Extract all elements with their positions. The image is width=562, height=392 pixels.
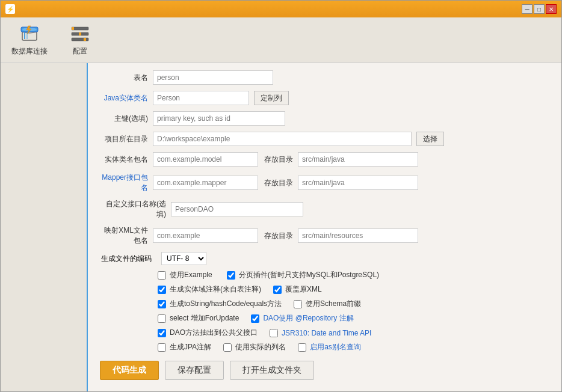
primary-label: 主键(选填) xyxy=(100,114,148,124)
xml-pkg-row: 映射XML文件包名 存放目录 xyxy=(100,225,549,246)
title-bar-left: ⚡ xyxy=(5,4,15,14)
store-dir-label1: 存放目录 xyxy=(263,155,293,165)
gen-tostring-label: 生成toString/hashCode/equals方法 xyxy=(170,299,282,309)
minimize-button[interactable]: ─ xyxy=(522,4,533,14)
dao-repository-checkbox[interactable] xyxy=(251,314,259,323)
custom-dao-input[interactable] xyxy=(171,202,303,216)
right-panel: 表名 Java实体类名 定制列 主键(选填) 项目所在目录 选择 xyxy=(88,63,561,391)
checkbox-row-2: 生成实体域注释(来自表注释) 覆盖原XML xyxy=(100,284,549,295)
svg-rect-8 xyxy=(79,32,81,35)
store-dir-label3: 存放目录 xyxy=(263,231,293,241)
gen-comment-label: 生成实体域注释(来自表注释) xyxy=(170,284,261,295)
toolbar-db-label: 数据库连接 xyxy=(11,46,48,57)
override-xml-checkbox[interactable] xyxy=(273,286,282,294)
project-dir-row: 项目所在目录 选择 xyxy=(100,132,549,146)
checkbox-row-4: select 增加ForUpdate DAO使用 @Repository 注解 xyxy=(100,313,549,323)
title-bar-controls: ─ □ ✕ xyxy=(522,4,557,14)
db-icon xyxy=(19,23,40,45)
xml-pkg-input[interactable] xyxy=(153,228,258,243)
dao-extract-label: DAO方法抽出到公共父接口 xyxy=(170,328,258,338)
page-plugin-checkbox[interactable] xyxy=(227,271,235,280)
jsr310-checkbox[interactable] xyxy=(270,329,278,337)
java-class-label: Java实体类名 xyxy=(100,93,148,103)
entity-pkg-row: 实体类名包名 存放目录 xyxy=(100,152,549,167)
primary-input[interactable] xyxy=(153,111,285,126)
xml-pkg-label: 映射XML文件包名 xyxy=(100,225,148,246)
checkbox-row-1: 使用Example 分页插件(暂时只支持MySQL和PostgreSQL) xyxy=(100,270,549,280)
encoding-label: 生成文件的编码 xyxy=(100,254,152,264)
custom-dao-row: 自定义接口名称(选填) xyxy=(100,199,549,219)
mapper-pkg-input[interactable] xyxy=(153,176,258,190)
page-plugin-label: 分页插件(暂时只支持MySQL和PostgreSQL) xyxy=(239,270,379,280)
store-dir-input2[interactable] xyxy=(298,176,418,190)
maximize-button[interactable]: □ xyxy=(534,4,545,14)
use-schema-checkbox[interactable] xyxy=(294,300,302,308)
mapper-pkg-label: Mapper接口包名 xyxy=(100,173,148,193)
use-example-label: 使用Example xyxy=(170,270,212,280)
left-panel xyxy=(1,63,88,391)
checkbox-row-5: DAO方法抽出到公共父接口 JSR310: Date and Time API xyxy=(100,328,549,338)
toolbar: 数据库连接 配置 xyxy=(1,17,561,63)
primary-key-row: 主键(选填) xyxy=(100,111,549,126)
toolbar-config-label: 配置 xyxy=(73,46,87,57)
checkbox-row-3: 生成toString/hashCode/equals方法 使用Schema前缀 xyxy=(100,299,549,309)
table-label: 表名 xyxy=(100,73,148,83)
encoding-select[interactable]: UTF- 8 GBK GB2312 xyxy=(161,252,206,265)
entity-pkg-input[interactable] xyxy=(153,152,258,167)
mapper-pkg-row: Mapper接口包名 存放目录 xyxy=(100,173,549,193)
bottom-buttons: 代码生成 保存配置 打开生成文件夹 xyxy=(100,361,549,386)
gen-tostring-checkbox[interactable] xyxy=(158,300,166,308)
generate-button[interactable]: 代码生成 xyxy=(100,361,159,380)
choose-button[interactable]: 选择 xyxy=(416,132,444,146)
gen-jpa-label: 生成JPA注解 xyxy=(170,342,211,352)
use-actual-cols-checkbox[interactable] xyxy=(223,343,232,352)
custom-col-button[interactable]: 定制列 xyxy=(254,91,289,105)
close-button[interactable]: ✕ xyxy=(546,4,557,14)
store-dir-label2: 存放目录 xyxy=(263,178,293,188)
alias-query-checkbox[interactable] xyxy=(298,343,306,352)
store-dir-input3[interactable] xyxy=(298,228,418,243)
main-window: ⚡ ─ □ ✕ 数据库连接 xyxy=(0,0,562,392)
toolbar-db[interactable]: 数据库连接 xyxy=(7,21,52,59)
custom-dao-label: 自定义接口名称(选填) xyxy=(100,199,166,219)
encoding-row: 生成文件的编码 UTF- 8 GBK GB2312 xyxy=(100,252,549,265)
project-dir-input[interactable] xyxy=(153,132,412,146)
title-bar: ⚡ ─ □ ✕ xyxy=(1,1,561,17)
table-name-row: 表名 xyxy=(100,70,549,85)
override-xml-label: 覆盖原XML xyxy=(285,284,322,295)
alias-query-label: 启用as别名查询 xyxy=(310,342,361,352)
dao-repository-label: DAO使用 @Repository 注解 xyxy=(263,313,353,323)
save-config-button[interactable]: 保存配置 xyxy=(165,361,224,380)
svg-rect-9 xyxy=(84,38,86,41)
svg-rect-4 xyxy=(72,27,88,30)
project-dir-label: 项目所在目录 xyxy=(100,134,148,144)
select-for-update-checkbox[interactable] xyxy=(158,314,166,323)
config-icon xyxy=(69,23,91,45)
java-class-input[interactable] xyxy=(153,91,249,105)
toolbar-config[interactable]: 配置 xyxy=(64,21,96,59)
checkbox-row-6: 生成JPA注解 使用实际的列名 启用as别名查询 xyxy=(100,342,549,352)
jsr310-label: JSR310: Date and Time API xyxy=(282,329,371,337)
dao-extract-checkbox[interactable] xyxy=(158,329,166,337)
gen-jpa-checkbox[interactable] xyxy=(158,343,166,352)
main-content: 表名 Java实体类名 定制列 主键(选填) 项目所在目录 选择 xyxy=(1,63,561,391)
use-example-checkbox[interactable] xyxy=(158,271,166,280)
java-class-row: Java实体类名 定制列 xyxy=(100,91,549,105)
table-input[interactable] xyxy=(153,70,273,85)
use-actual-cols-label: 使用实际的列名 xyxy=(235,342,286,352)
svg-rect-7 xyxy=(72,27,74,30)
gen-comment-checkbox[interactable] xyxy=(158,286,166,294)
open-folder-button[interactable]: 打开生成文件夹 xyxy=(230,361,314,380)
use-schema-label: 使用Schema前缀 xyxy=(306,299,361,309)
app-icon: ⚡ xyxy=(5,4,15,14)
select-for-update-label: select 增加ForUpdate xyxy=(170,313,239,323)
store-dir-input1[interactable] xyxy=(298,152,418,167)
entity-pkg-label: 实体类名包名 xyxy=(100,155,148,165)
